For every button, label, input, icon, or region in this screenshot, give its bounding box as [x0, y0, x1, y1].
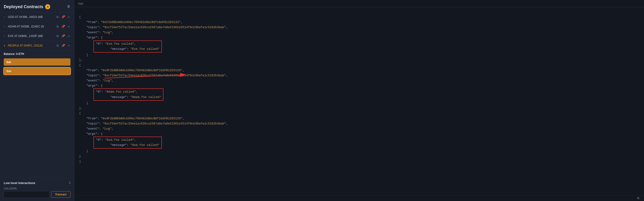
pin-icon-people[interactable]: 📌	[61, 43, 66, 48]
chevron-icon-people[interactable]: ∨	[4, 44, 6, 47]
contract-item-adam: › ADAM AT 0X58B...E24EC (N ⧉ 📌 ✕	[0, 22, 74, 31]
contract-item-god: › GOD AT 0X398...04023 (ME ⧉ 📌 ✕	[0, 12, 74, 22]
foo-function-button[interactable]: foo	[4, 68, 70, 75]
people-expanded-content: Balance: 0 ETH bar foo	[0, 51, 74, 80]
pin-icon-eve[interactable]: 📌	[61, 34, 66, 38]
close-icon-eve[interactable]: ✕	[67, 34, 70, 38]
copy-icon-eve[interactable]: ⧉	[56, 34, 59, 38]
sidebar-header: Deployed Contracts 4 🗑	[0, 0, 74, 12]
copy-icon-adam[interactable]: ⧉	[56, 25, 59, 29]
low-level-title: Low level interactions	[4, 181, 35, 185]
transact-button[interactable]: Transact	[51, 191, 70, 198]
info-icon[interactable]: ℹ	[69, 181, 70, 185]
bottom-bar: ⧉	[74, 195, 644, 201]
copy-output-icon[interactable]: ⧉	[637, 196, 639, 200]
tags-label: tags	[78, 2, 84, 5]
contract-item-people: ∨ PEOPLE AT 0X9F2...D3133 ⧉ 📌 ✕	[0, 41, 74, 51]
contract-label-people: PEOPLE AT 0X9F2...D3133	[8, 44, 54, 47]
bar-function-button[interactable]: bar	[4, 58, 70, 66]
pin-icon-adam[interactable]: 📌	[61, 24, 66, 29]
main-content: tags { "from": "0xF2b8BEAA0cb96bc709482e…	[74, 0, 644, 201]
chevron-icon-eve[interactable]: ›	[4, 35, 6, 38]
chevron-icon-adam[interactable]: ›	[4, 25, 6, 28]
close-icon-adam[interactable]: ✕	[67, 24, 70, 29]
main-top-bar: tags	[74, 0, 644, 7]
copy-icon-god[interactable]: ⧉	[56, 15, 59, 19]
contract-label-eve: EVE AT 0XB09...1A93F (ME	[8, 35, 54, 38]
contract-label-god: GOD AT 0X398...04023 (ME	[8, 15, 54, 19]
code-block: { "from": "0xF2b8BEAA0cb96bc709482eBdcB8…	[79, 10, 639, 169]
contract-item-eve: › EVE AT 0XB09...1A93F (ME ⧉ 📌 ✕	[0, 31, 74, 41]
calldata-input[interactable]	[4, 191, 49, 198]
contract-label-adam: ADAM AT 0X58B...E24EC (N	[8, 25, 54, 28]
balance-label: Balance:	[4, 52, 15, 56]
calldata-label: CALLDATA	[4, 187, 70, 190]
sidebar: Deployed Contracts 4 🗑 › GOD AT 0X398...…	[0, 0, 74, 201]
calldata-row: Transact	[4, 191, 70, 198]
close-icon-god[interactable]: ✕	[67, 15, 70, 19]
chevron-icon-god[interactable]: ›	[4, 16, 6, 18]
close-icon-people[interactable]: ✕	[67, 43, 70, 48]
balance-row: Balance: 0 ETH	[4, 52, 70, 56]
code-area[interactable]: { "from": "0xF2b8BEAA0cb96bc709482eBdcB8…	[74, 7, 644, 195]
pin-icon-god[interactable]: 📌	[61, 15, 66, 19]
trash-icon[interactable]: 🗑	[67, 5, 70, 9]
low-level-header: Low level interactions ℹ	[4, 181, 70, 185]
contract-count-badge: 4	[45, 4, 50, 9]
low-level-interactions: Low level interactions ℹ CALLDATA Transa…	[0, 177, 74, 201]
copy-icon-people[interactable]: ⧉	[56, 44, 59, 48]
sidebar-title: Deployed Contracts	[4, 5, 43, 9]
balance-value: 0 ETH	[16, 52, 24, 56]
